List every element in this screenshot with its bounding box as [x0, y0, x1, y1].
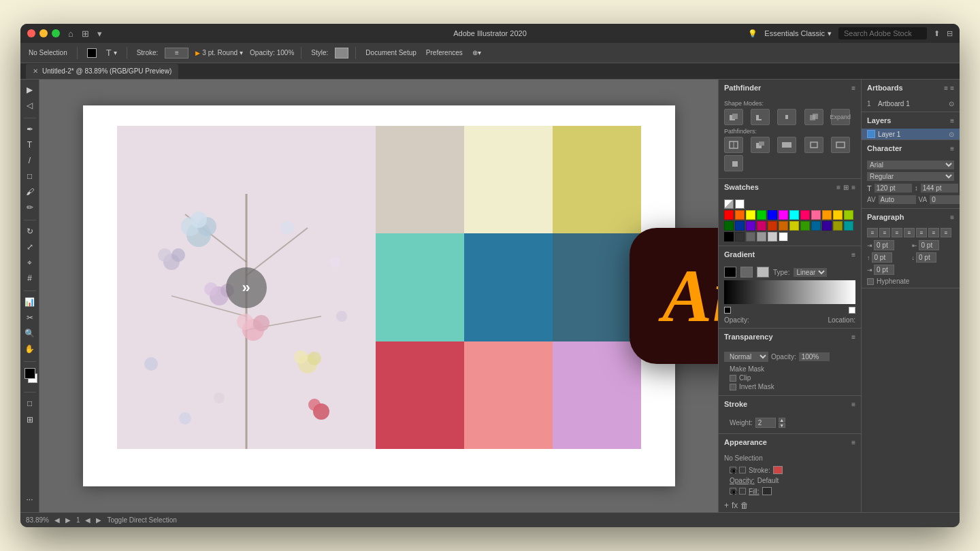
fill-vis-btn[interactable]: 👁 — [730, 488, 736, 495]
gradient-light-swatch[interactable] — [757, 267, 769, 278]
swatch-18[interactable] — [789, 221, 799, 231]
swatch-29[interactable] — [779, 232, 788, 241]
fill-swatch[interactable] — [87, 48, 97, 58]
swatch-22[interactable] — [833, 221, 843, 231]
pen-tool[interactable]: ✒ — [22, 122, 37, 137]
align-right-btn[interactable]: ≡ — [892, 228, 902, 237]
swatch-11[interactable] — [844, 210, 853, 220]
swatch-0[interactable] — [724, 210, 734, 220]
close-button[interactable] — [27, 29, 35, 37]
align-left-btn[interactable]: ≡ — [867, 228, 878, 237]
stroke-down-btn[interactable]: ▼ — [779, 423, 785, 428]
hand-tool[interactable]: ✋ — [22, 341, 37, 356]
tab-close-icon[interactable]: ✕ — [33, 67, 38, 75]
document-tab[interactable]: ✕ Untitled-2* @ 83.89% (RGB/GPU Preview) — [26, 64, 178, 79]
layer-1-row[interactable]: Layer 1 ⊙ — [862, 129, 960, 139]
status-chevron-right[interactable]: ▶ — [65, 516, 71, 524]
line-tool[interactable]: / — [22, 153, 37, 168]
paragraph-menu-icon[interactable]: ≡ — [950, 214, 954, 221]
unite-btn[interactable] — [724, 109, 743, 125]
swatch-7[interactable] — [800, 210, 810, 220]
expand-btn[interactable]: Expand — [831, 109, 850, 125]
gradient-stop-right[interactable] — [849, 307, 855, 314]
first-line-input[interactable] — [874, 265, 894, 275]
swatch-3[interactable] — [757, 210, 766, 220]
slice-tool[interactable]: ✂ — [22, 310, 37, 325]
pathfinder-menu-icon[interactable]: ≡ — [851, 84, 855, 92]
layers-header[interactable]: Layers ≡ — [862, 112, 960, 129]
minimize-button[interactable] — [39, 29, 48, 37]
type-tool[interactable]: T — [22, 137, 37, 152]
pencil-tool[interactable]: ✏ — [22, 200, 37, 215]
swatches-list-icon[interactable]: ≡ — [836, 184, 840, 191]
appearance-header[interactable]: Appearance ≡ — [719, 434, 861, 450]
font-size-input[interactable] — [875, 184, 912, 193]
more-btn[interactable]: ··· — [22, 492, 37, 507]
swatch-10[interactable] — [833, 210, 843, 220]
opacity-input[interactable] — [799, 352, 830, 361]
home-icon[interactable]: ⌂ — [68, 29, 74, 39]
arrange-icon[interactable]: ⊕▾ — [470, 48, 484, 58]
minus-back-btn[interactable] — [724, 155, 743, 171]
direct-select-tool[interactable]: ◁ — [22, 98, 37, 113]
color-cell-6[interactable] — [376, 341, 464, 449]
status-chevron-left[interactable]: ◀ — [54, 516, 60, 524]
tracking-input[interactable] — [879, 195, 916, 204]
hyphenate-checkbox[interactable] — [867, 278, 874, 285]
trash-appearance-icon[interactable]: 🗑 — [740, 501, 749, 510]
stroke-header[interactable]: Stroke ≡ — [719, 396, 861, 412]
status-chevron-3[interactable]: ▶ — [96, 516, 101, 524]
stroke-vis-btn[interactable]: 👁 — [730, 467, 736, 473]
space-after-input[interactable] — [916, 252, 936, 263]
swatch-6[interactable] — [789, 210, 799, 220]
artboards-header[interactable]: Artboards ≡ ≡ — [862, 80, 960, 96]
stroke-color-swatch[interactable] — [773, 466, 783, 474]
swatch-8[interactable] — [811, 210, 821, 220]
swatch-14[interactable] — [746, 221, 755, 231]
mesh-tool[interactable]: # — [22, 271, 37, 286]
color-cell-5[interactable] — [553, 233, 641, 341]
artboard-target-icon[interactable]: ⊙ — [949, 100, 954, 107]
swatch-5[interactable] — [779, 210, 788, 220]
swatches-grid-icon[interactable]: ⊞ — [843, 184, 849, 191]
layers-menu-icon[interactable]: ≡ — [950, 117, 954, 124]
stroke-menu-icon[interactable]: ≡ — [851, 401, 855, 408]
maximize-button[interactable] — [52, 29, 60, 37]
space-before-input[interactable] — [872, 252, 892, 263]
opacity-control[interactable]: Opacity: 100% — [250, 49, 294, 56]
swatch-4[interactable] — [768, 210, 777, 220]
drawing-mode[interactable]: □ — [22, 396, 37, 411]
color-cell-4[interactable] — [464, 233, 553, 341]
justify-center-btn[interactable]: ≡ — [941, 228, 951, 237]
preferences-btn[interactable]: Preferences — [423, 48, 466, 58]
divide-btn[interactable] — [724, 137, 743, 153]
screen-mode[interactable]: ⊞ — [22, 412, 37, 427]
swatches-menu-icon[interactable]: ≡ — [851, 184, 855, 191]
blend-tool[interactable]: ⌖ — [22, 255, 37, 270]
swatch-21[interactable] — [822, 221, 832, 231]
gradient-type-select[interactable]: Linear Radial — [794, 268, 827, 277]
layer-target-icon[interactable]: ⊙ — [949, 131, 954, 138]
gradient-header[interactable]: Gradient ≡ — [719, 246, 861, 263]
add-appearance-icon[interactable]: + — [724, 501, 729, 510]
merge-btn[interactable] — [777, 137, 796, 153]
outline-btn[interactable] — [831, 137, 850, 153]
swatch-23[interactable] — [844, 221, 853, 231]
invert-checkbox[interactable] — [730, 384, 736, 390]
minus-front-btn[interactable] — [751, 109, 770, 125]
document-setup-btn[interactable]: Document Setup — [363, 48, 419, 58]
swatch-13[interactable] — [735, 221, 745, 231]
swatch-2[interactable] — [746, 210, 755, 220]
artboard-item-1[interactable]: 1 Artboard 1 ⊙ — [862, 99, 960, 109]
canvas-area[interactable]: » — [39, 80, 718, 512]
leading-input[interactable] — [921, 184, 958, 193]
fill-color-swatch[interactable] — [762, 487, 772, 495]
rotate-tool[interactable]: ↻ — [22, 224, 37, 239]
search-input[interactable] — [838, 27, 927, 39]
intersect-btn[interactable] — [777, 109, 796, 125]
shape-tool[interactable]: □ — [22, 169, 37, 184]
fx-icon[interactable]: fx — [732, 501, 738, 510]
left-indent-input[interactable] — [874, 240, 894, 250]
swatch-25[interactable] — [735, 232, 745, 241]
swatch-26[interactable] — [746, 232, 755, 241]
